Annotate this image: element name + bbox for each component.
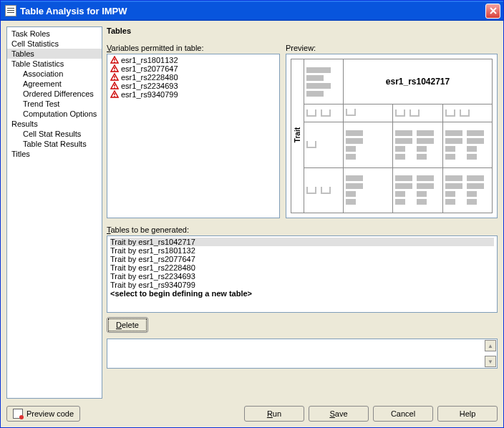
table-entry[interactable]: Trait by esr1_rs1801132 xyxy=(110,246,494,255)
svg-rect-3 xyxy=(114,70,115,71)
nav-item[interactable]: Results xyxy=(7,119,102,129)
table-entry[interactable]: Trait by esr1_rs9340799 xyxy=(110,281,494,289)
scroll-up-icon[interactable]: ▲ xyxy=(485,340,496,351)
close-button[interactable] xyxy=(485,4,500,19)
cancel-button[interactable]: Cancel xyxy=(373,406,433,422)
window-title: Table Analysis for IMPW xyxy=(20,6,127,16)
nav-tree[interactable]: Task RolesCell StatisticsTablesTable Sta… xyxy=(6,26,102,399)
preview-label: Preview: xyxy=(286,44,498,52)
svg-rect-9 xyxy=(114,96,115,97)
preview-box: Trait esr1_rs1042717 xyxy=(286,54,498,218)
tables-block: Tables to be generated: Trait by esr1_rs… xyxy=(107,225,498,333)
close-icon xyxy=(490,7,497,14)
content-panel: Tables Variables permitted in table: esr… xyxy=(107,26,498,399)
table-entry[interactable]: Trait by esr1_rs2234693 xyxy=(110,272,494,281)
app-icon xyxy=(5,5,16,16)
nav-item[interactable]: Titles xyxy=(7,149,102,159)
help-button[interactable]: Help xyxy=(437,406,498,422)
tables-label: Tables to be generated: xyxy=(107,225,498,234)
title-bar: Table Analysis for IMPW xyxy=(1,1,503,21)
variable-name: esr1_rs2234693 xyxy=(121,82,178,90)
tables-listbox[interactable]: Trait by esr1_rs1042717Trait by esr1_rs1… xyxy=(107,235,498,313)
svg-rect-6 xyxy=(114,84,115,87)
variable-row[interactable]: esr1_rs2228480 xyxy=(109,73,278,82)
table-entry[interactable]: Trait by esr1_rs2077647 xyxy=(110,255,494,263)
variable-name: esr1_rs9340799 xyxy=(121,90,178,99)
hint-box: ▲ ▼ xyxy=(107,339,498,369)
new-table-placeholder[interactable]: <select to begin defining a new table> xyxy=(110,289,494,298)
variables-listbox[interactable]: esr1_rs1801132esr1_rs2077647esr1_rs22284… xyxy=(107,54,280,218)
run-button[interactable]: Run xyxy=(244,406,304,422)
nav-item[interactable]: Computation Options xyxy=(7,109,102,119)
svg-rect-7 xyxy=(114,87,115,88)
table-entry[interactable]: Trait by esr1_rs2228480 xyxy=(110,263,494,272)
nav-item[interactable]: Table Stat Results xyxy=(7,139,102,149)
warning-triangle-icon xyxy=(110,73,119,82)
button-bar: Preview code Run Save Cancel Help xyxy=(6,406,498,422)
client-area: Task RolesCell StatisticsTablesTable Sta… xyxy=(1,21,503,427)
svg-rect-2 xyxy=(114,67,115,69)
variables-label: Variables permitted in table: xyxy=(107,44,280,52)
variable-row[interactable]: esr1_rs1801132 xyxy=(109,56,278,64)
nav-item[interactable]: Association xyxy=(7,69,102,79)
note-icon xyxy=(13,409,23,419)
preview-column-header: esr1_rs1042717 xyxy=(344,59,493,104)
preview-code-button[interactable]: Preview code xyxy=(6,406,80,422)
nav-item[interactable]: Table Statistics xyxy=(7,59,102,69)
warning-triangle-icon xyxy=(110,90,119,99)
variable-row[interactable]: esr1_rs9340799 xyxy=(109,90,278,99)
nav-item[interactable]: Ordered Differences xyxy=(7,89,102,99)
warning-triangle-icon xyxy=(110,64,119,73)
warning-triangle-icon xyxy=(110,82,119,90)
nav-item[interactable]: Cell Statistics xyxy=(7,39,102,49)
warning-triangle-icon xyxy=(110,56,119,64)
table-entry[interactable]: Trait by esr1_rs1042717 xyxy=(110,238,494,246)
variables-block: Variables permitted in table: esr1_rs180… xyxy=(107,44,280,218)
preview-top-left-stub xyxy=(304,59,344,104)
svg-rect-1 xyxy=(114,62,115,62)
delete-button[interactable]: Delete xyxy=(107,317,148,333)
variable-row[interactable]: esr1_rs2234693 xyxy=(109,82,278,90)
nav-item[interactable]: Tables xyxy=(7,49,102,59)
preview-table: Trait esr1_rs1042717 xyxy=(291,59,493,213)
svg-rect-0 xyxy=(114,59,115,61)
variable-name: esr1_rs2077647 xyxy=(121,64,178,73)
svg-rect-8 xyxy=(114,93,115,95)
panel-heading: Tables xyxy=(107,26,498,35)
variable-name: esr1_rs1801132 xyxy=(121,56,178,64)
nav-item[interactable]: Cell Stat Results xyxy=(7,129,102,139)
save-button[interactable]: Save xyxy=(309,406,369,422)
svg-rect-4 xyxy=(114,76,115,78)
dialog-window: Table Analysis for IMPW Task RolesCell S… xyxy=(0,0,504,428)
nav-item[interactable]: Trend Test xyxy=(7,99,102,109)
preview-block: Preview: Trait esr1_rs1042717 xyxy=(286,44,498,218)
nav-item[interactable]: Task Roles xyxy=(7,29,102,39)
preview-row-header: Trait xyxy=(291,59,304,213)
nav-item[interactable]: Agreement xyxy=(7,79,102,89)
variable-row[interactable]: esr1_rs2077647 xyxy=(109,64,278,73)
scroll-down-icon[interactable]: ▼ xyxy=(485,356,496,367)
svg-rect-5 xyxy=(114,79,115,79)
variable-name: esr1_rs2228480 xyxy=(121,73,178,82)
